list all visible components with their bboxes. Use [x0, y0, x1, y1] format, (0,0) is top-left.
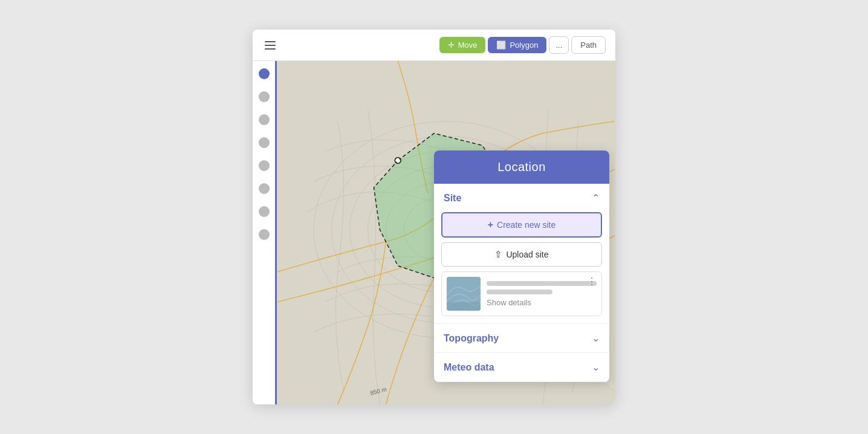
site-thumbnail [447, 277, 481, 311]
create-site-label: Create new site [497, 220, 555, 230]
topography-chevron-down-icon: ⌄ [592, 332, 600, 344]
site-context-menu-button[interactable]: ⋮ [587, 277, 597, 287]
meteo-section: Meteo data ⌄ [434, 353, 609, 382]
move-icon: ✛ [448, 40, 455, 50]
panel-title: Location [497, 160, 546, 173]
polygon-icon: ⬜ [496, 40, 506, 50]
nav-dot-6[interactable] [259, 183, 270, 194]
upload-icon: ⇧ [494, 249, 502, 260]
site-section-title: Site [444, 193, 461, 204]
site-info-line-1 [487, 281, 597, 286]
move-label: Move [458, 40, 478, 50]
nav-dot-1[interactable] [259, 68, 270, 79]
meteo-section-title: Meteo data [444, 362, 494, 373]
site-info: Show details [487, 281, 597, 307]
nav-dot-5[interactable] [259, 160, 270, 171]
site-info-line-2 [487, 290, 552, 294]
topography-section-header[interactable]: Topography ⌄ [434, 324, 609, 352]
svg-point-9 [396, 158, 400, 162]
site-thumbnail-svg [447, 277, 481, 311]
toolbar-tools: ✛ Move ⬜ Polygon ... Path [439, 36, 606, 54]
hamburger-menu-icon[interactable] [262, 39, 278, 52]
topography-section: Topography ⌄ [434, 324, 609, 353]
move-tool-button[interactable]: ✛ Move [439, 37, 486, 53]
ellipsis-label: ... [555, 40, 562, 50]
nav-dot-2[interactable] [259, 91, 270, 102]
toolbar: ✛ Move ⬜ Polygon ... Path [253, 30, 615, 61]
polygon-label: Polygon [510, 40, 538, 50]
nav-dot-7[interactable] [259, 206, 270, 217]
panel-header: Location [434, 151, 609, 184]
create-new-site-button[interactable]: + Create new site [441, 212, 602, 238]
location-panel: Location Site ⌃ + Create new site ⇧ Uplo… [434, 151, 609, 382]
site-section-header[interactable]: Site ⌃ [434, 184, 609, 212]
meteo-chevron-down-icon: ⌄ [592, 361, 600, 373]
upload-site-label: Upload site [506, 250, 548, 259]
side-nav [253, 61, 277, 404]
path-tool-button[interactable]: Path [571, 36, 606, 54]
site-section-content: + Create new site ⇧ Upload site [434, 212, 609, 323]
path-label: Path [580, 40, 597, 50]
plus-icon: + [488, 219, 493, 230]
panel-body: Site ⌃ + Create new site ⇧ Upload site [434, 184, 609, 382]
topography-section-title: Topography [444, 333, 499, 344]
site-list-item: Show details ⋮ [441, 271, 602, 316]
site-section: Site ⌃ + Create new site ⇧ Upload site [434, 184, 609, 324]
nav-dot-3[interactable] [259, 114, 270, 125]
nav-dot-8[interactable] [259, 229, 270, 240]
nav-dot-4[interactable] [259, 137, 270, 148]
show-details-link[interactable]: Show details [487, 298, 597, 307]
polygon-tool-button[interactable]: ⬜ Polygon [488, 37, 546, 53]
meteo-section-header[interactable]: Meteo data ⌄ [434, 353, 609, 381]
main-container: ✛ Move ⬜ Polygon ... Path [253, 30, 615, 404]
ellipsis-tool-button[interactable]: ... [549, 36, 569, 54]
upload-site-button[interactable]: ⇧ Upload site [441, 242, 602, 267]
site-chevron-up-icon: ⌃ [592, 192, 600, 204]
svg-rect-12 [447, 302, 481, 311]
